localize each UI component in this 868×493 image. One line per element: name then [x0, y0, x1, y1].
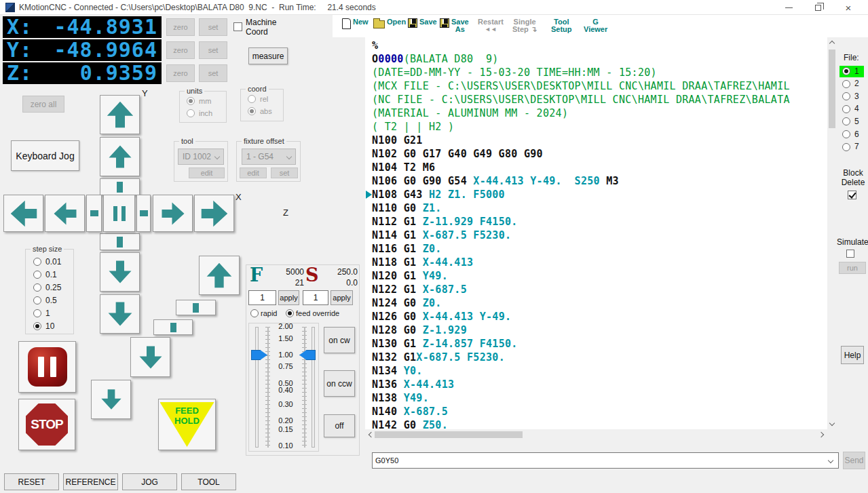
- zero-all-button[interactable]: zero all: [22, 96, 64, 113]
- mode-button-tool[interactable]: TOOL: [181, 473, 236, 490]
- close-button[interactable]: ×: [837, 0, 860, 15]
- set-y-button[interactable]: set: [199, 41, 227, 59]
- zero-z-button[interactable]: zero: [166, 64, 195, 82]
- stop-button[interactable]: STOP: [18, 399, 75, 450]
- jog-y-minus-button[interactable]: [100, 252, 140, 292]
- step-size-radio-0.5[interactable]: [33, 296, 41, 304]
- run-button[interactable]: run: [839, 262, 866, 274]
- tool-edit-button[interactable]: edit: [189, 167, 225, 178]
- file-radio-5[interactable]: [842, 117, 850, 125]
- jog-y-plus-step-button[interactable]: [100, 178, 140, 195]
- units-mm-radio[interactable]: [187, 97, 195, 105]
- rapid-radio[interactable]: [250, 309, 259, 317]
- gcode-editor[interactable]: %O0000(BALATA D80 9)(DATE=DD-MM-YY - 15-…: [365, 37, 827, 429]
- help-button[interactable]: Help: [841, 346, 864, 364]
- mode-button-reference[interactable]: REFERENCE: [63, 473, 118, 490]
- vscrollbar-thumb[interactable]: [829, 50, 835, 128]
- simulate-checkbox[interactable]: [846, 250, 854, 258]
- zero-x-button[interactable]: zero: [166, 18, 195, 36]
- units-inch-radio[interactable]: [187, 109, 195, 117]
- mdi-command-input[interactable]: [373, 456, 829, 465]
- tool-select[interactable]: ID 1002: [178, 149, 224, 165]
- jog-z-plus-fast-button[interactable]: [199, 256, 240, 295]
- jog-y-minus-step-button[interactable]: [100, 233, 140, 250]
- zero-y-button[interactable]: zero: [166, 41, 195, 59]
- fixture-set-button[interactable]: set: [271, 167, 298, 178]
- step-size-radio-10[interactable]: [33, 322, 41, 330]
- file-radio-2[interactable]: [842, 80, 850, 88]
- mode-button-jog[interactable]: JOG: [122, 473, 177, 490]
- feed-override-radio[interactable]: [286, 309, 294, 317]
- restore-icon: [815, 5, 821, 11]
- jog-x-plus-fast-button[interactable]: [194, 195, 234, 232]
- toolbar-button-open[interactable]: Open: [373, 18, 406, 28]
- jog-x-minus-button[interactable]: [45, 195, 85, 232]
- feed-slider-track[interactable]: [255, 327, 259, 448]
- machine-coord-checkbox[interactable]: [233, 22, 242, 31]
- gcode-line: O0000(BALATA D80 9): [372, 52, 827, 66]
- jog-x-plus-step-button[interactable]: [136, 195, 151, 232]
- mdi-command-combo[interactable]: [372, 452, 839, 469]
- set-x-button[interactable]: set: [199, 18, 227, 36]
- step-size-radio-0.1[interactable]: [33, 271, 41, 279]
- step-size-radio-0.25[interactable]: [33, 283, 41, 292]
- measure-button[interactable]: measure: [248, 47, 288, 64]
- file-radio-4[interactable]: [842, 105, 850, 113]
- toolbar-button-tool-setup[interactable]: ToolSetup: [551, 18, 572, 33]
- speed-override-input[interactable]: [303, 290, 328, 305]
- file-radio-6[interactable]: [842, 130, 850, 138]
- pause-button[interactable]: [18, 341, 76, 393]
- spindle-off-button[interactable]: off: [324, 414, 355, 437]
- dro-z-label: Z:: [7, 62, 33, 84]
- jog-x-minus-step-button[interactable]: [86, 195, 102, 232]
- jog-y-plus-button[interactable]: [100, 137, 140, 176]
- scroll-up-icon[interactable]: [827, 39, 837, 48]
- feed-hold-button[interactable]: FEED HOLD: [158, 399, 216, 450]
- step-size-radio-0.01[interactable]: [33, 258, 41, 266]
- toolbar-button-g-viewer[interactable]: GViewer: [584, 18, 607, 33]
- file-radio-7[interactable]: [842, 143, 850, 151]
- toolbar-button-restart[interactable]: Restart◄◄: [478, 18, 504, 33]
- feed-override-input[interactable]: [248, 290, 276, 305]
- toolbar-button-new[interactable]: New: [342, 18, 369, 29]
- fixture-offset-select[interactable]: 1 - G54: [242, 149, 296, 165]
- set-z-button[interactable]: set: [199, 64, 227, 82]
- spindle-on-cw-button[interactable]: on cw: [324, 327, 355, 353]
- restore-button[interactable]: [806, 0, 829, 15]
- fixture-edit-button[interactable]: edit: [240, 167, 267, 178]
- file-radio-3[interactable]: [842, 92, 850, 100]
- toolbar-button-save[interactable]: Save: [408, 18, 437, 28]
- toolbar-button-single-step[interactable]: SingleStep ↴: [512, 18, 537, 33]
- gcode-vscrollbar[interactable]: [827, 37, 837, 429]
- scroll-down-icon[interactable]: [827, 418, 837, 428]
- toolbar-button-save-as[interactable]: SaveAs: [440, 18, 469, 33]
- block-delete-label-1: Block: [839, 168, 867, 178]
- jog-x-plus-button[interactable]: [153, 195, 193, 232]
- jog-z-minus-fast-button[interactable]: [91, 380, 131, 419]
- keyboard-jog-button[interactable]: Keyboard Jog: [11, 140, 79, 171]
- gcode-hscrollbar[interactable]: [365, 429, 827, 440]
- jog-x-minus-fast-button[interactable]: [3, 195, 43, 232]
- coord-abs-radio[interactable]: [248, 107, 256, 115]
- hscrollbar-thumb[interactable]: [375, 431, 523, 438]
- pause-icon: [113, 206, 126, 221]
- speed-apply-button[interactable]: apply: [331, 290, 353, 305]
- jog-z-minus-step-button[interactable]: [153, 319, 193, 335]
- file-radio-label-4: 4: [854, 104, 859, 113]
- send-button[interactable]: Send: [843, 452, 865, 469]
- jog-z-plus-step-button[interactable]: [176, 300, 216, 315]
- jog-y-plus-fast-button[interactable]: [100, 95, 140, 134]
- block-delete-checkbox[interactable]: [848, 191, 856, 199]
- mode-button-reset[interactable]: RESET: [4, 473, 59, 490]
- coord-rel-radio[interactable]: [248, 95, 256, 103]
- jog-z-minus-button[interactable]: [130, 337, 170, 377]
- minimize-button[interactable]: [777, 0, 800, 15]
- speed-slider-track[interactable]: [312, 327, 315, 448]
- scroll-right-icon[interactable]: [816, 430, 826, 439]
- step-size-radio-1[interactable]: [33, 309, 41, 317]
- jog-pause-button[interactable]: [103, 195, 135, 232]
- spindle-on-ccw-button[interactable]: on ccw: [324, 370, 355, 397]
- jog-y-minus-fast-button[interactable]: [100, 294, 140, 334]
- feed-apply-button[interactable]: apply: [278, 290, 299, 305]
- file-radio-1[interactable]: [842, 67, 850, 75]
